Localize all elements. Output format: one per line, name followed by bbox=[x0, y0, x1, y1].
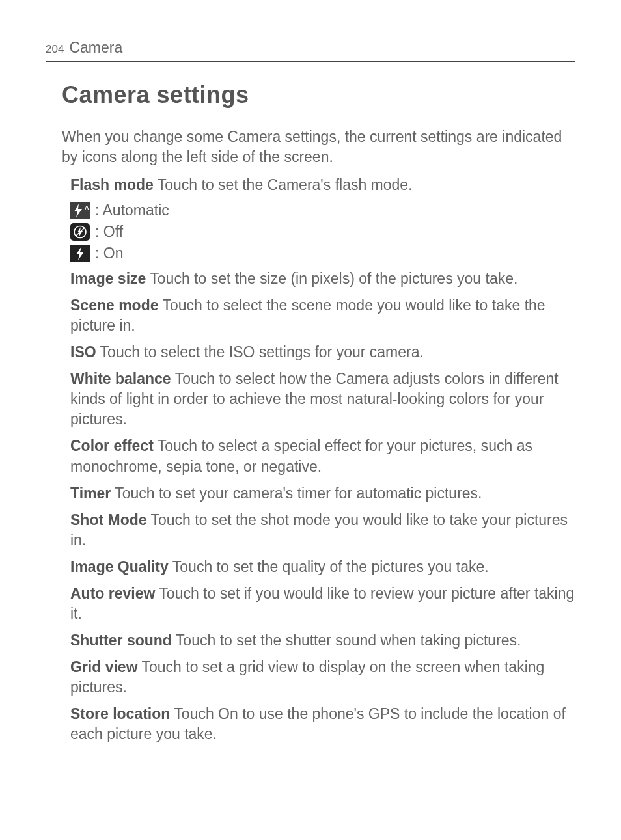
grid-view-line: Grid view Touch to set a grid view to di… bbox=[70, 657, 575, 698]
flash-on-row: : On bbox=[70, 245, 575, 262]
color-effect-line: Color effect Touch to select a special e… bbox=[70, 436, 575, 476]
image-size-line: Image size Touch to set the size (in pix… bbox=[70, 269, 575, 289]
page-header: 204 Camera bbox=[46, 39, 575, 62]
image-quality-text: Touch to set the quality of the pictures… bbox=[169, 558, 489, 575]
flash-off-row: : Off bbox=[70, 223, 575, 241]
image-quality-line: Image Quality Touch to set the quality o… bbox=[70, 557, 575, 577]
flash-auto-icon: A bbox=[70, 202, 90, 219]
flash-mode-text: Touch to set the Camera's flash mode. bbox=[154, 176, 413, 193]
store-location-label: Store location bbox=[70, 705, 170, 722]
iso-line: ISO Touch to select the ISO settings for… bbox=[70, 342, 575, 362]
iso-text: Touch to select the ISO settings for you… bbox=[96, 344, 424, 360]
timer-label: Timer bbox=[70, 485, 111, 502]
page-number: 204 bbox=[46, 43, 64, 56]
svg-text:A: A bbox=[85, 204, 89, 211]
grid-view-text: Touch to set a grid view to display on t… bbox=[70, 658, 544, 696]
image-size-text: Touch to set the size (in pixels) of the… bbox=[146, 270, 518, 287]
scene-mode-line: Scene mode Touch to select the scene mod… bbox=[70, 295, 575, 336]
timer-line: Timer Touch to set your camera's timer f… bbox=[70, 483, 575, 504]
flash-auto-row: A : Automatic bbox=[70, 202, 575, 219]
content-block: Flash mode Touch to set the Camera's fla… bbox=[70, 175, 575, 744]
shot-mode-label: Shot Mode bbox=[70, 511, 147, 528]
shutter-sound-text: Touch to set the shutter sound when taki… bbox=[172, 632, 521, 649]
shot-mode-line: Shot Mode Touch to set the shot mode you… bbox=[70, 510, 575, 550]
flash-mode-label: Flash mode bbox=[70, 176, 154, 193]
intro-text: When you change some Camera settings, th… bbox=[62, 127, 575, 167]
image-size-label: Image size bbox=[70, 270, 146, 287]
flash-on-icon bbox=[70, 245, 90, 262]
shutter-sound-label: Shutter sound bbox=[70, 632, 172, 649]
flash-mode-line: Flash mode Touch to set the Camera's fla… bbox=[70, 175, 575, 195]
grid-view-label: Grid view bbox=[70, 658, 138, 675]
flash-off-label: : Off bbox=[95, 223, 123, 241]
flash-on-label: : On bbox=[95, 245, 123, 262]
chapter-title: Camera bbox=[69, 39, 122, 57]
auto-review-line: Auto review Touch to set if you would li… bbox=[70, 584, 575, 624]
image-quality-label: Image Quality bbox=[70, 558, 169, 575]
color-effect-label: Color effect bbox=[70, 437, 154, 454]
flash-off-icon bbox=[70, 223, 90, 241]
white-balance-line: White balance Touch to select how the Ca… bbox=[70, 369, 575, 429]
store-location-line: Store location Touch On to use the phone… bbox=[70, 704, 575, 744]
scene-mode-label: Scene mode bbox=[70, 297, 159, 314]
section-title: Camera settings bbox=[62, 81, 575, 109]
auto-review-label: Auto review bbox=[70, 585, 155, 602]
iso-label: ISO bbox=[70, 344, 96, 360]
white-balance-label: White balance bbox=[70, 370, 171, 387]
shutter-sound-line: Shutter sound Touch to set the shutter s… bbox=[70, 630, 575, 651]
flash-auto-label: : Automatic bbox=[95, 202, 169, 219]
timer-text: Touch to set your camera's timer for aut… bbox=[111, 485, 482, 502]
